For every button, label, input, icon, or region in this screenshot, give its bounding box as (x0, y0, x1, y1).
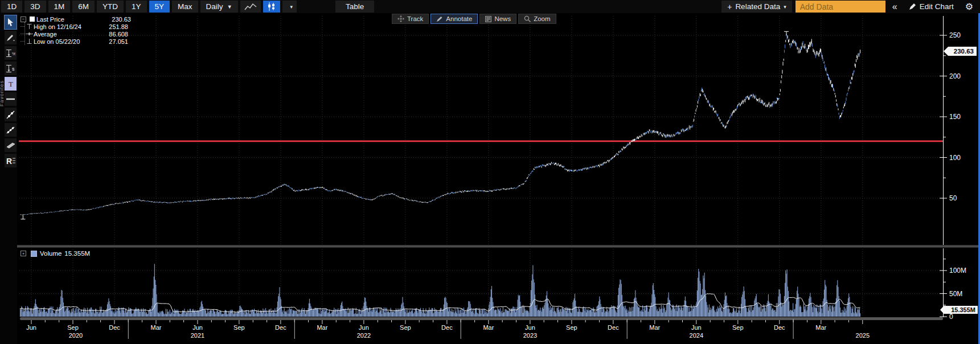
svg-text:0: 0 (949, 313, 953, 321)
svg-text:Mar: Mar (151, 324, 162, 331)
svg-text:250: 250 (949, 31, 961, 39)
svg-text:Jun: Jun (26, 324, 36, 331)
legend-value: 27.051 (102, 38, 128, 45)
svg-text:Jun: Jun (359, 324, 369, 331)
annotate-button[interactable]: Annotate (430, 14, 478, 24)
expand-volume-legend-icon[interactable]: + (20, 251, 26, 256)
legend-value: 230.63 (105, 16, 131, 23)
svg-text:Dec: Dec (774, 324, 785, 331)
svg-text:2025: 2025 (856, 332, 870, 339)
svg-text:Jun: Jun (691, 324, 702, 331)
svg-text:Dec: Dec (441, 324, 453, 331)
track-crosshair-icon (397, 15, 404, 22)
high-marker-icon (26, 23, 32, 30)
chart-canvas[interactable]: 50100150200250050M100MJunSepDecMarJunSep… (0, 0, 980, 344)
average-marker-icon (26, 31, 33, 36)
legend-high[interactable]: High on 12/16/24 251.88 (20, 23, 131, 30)
svg-text:Dec: Dec (608, 324, 619, 331)
svg-text:100: 100 (949, 154, 961, 162)
legend-label: Last Price (36, 16, 105, 23)
svg-text:50: 50 (949, 194, 957, 202)
legend-value: 86.608 (102, 31, 128, 38)
svg-text:Mar: Mar (483, 324, 494, 331)
svg-text:200: 200 (949, 72, 961, 80)
track-button[interactable]: Track (392, 14, 429, 24)
last-price-swatch (30, 17, 35, 22)
svg-text:150: 150 (949, 113, 961, 121)
svg-text:Sep: Sep (732, 324, 744, 331)
svg-text:Jun: Jun (192, 324, 203, 331)
legend-value: 251.88 (102, 23, 128, 30)
bloomberg-chart-window: 1D 3D 1M 6M YTD 1Y 5Y Max Daily ▼ ▾ (0, 0, 980, 344)
svg-text:2023: 2023 (523, 332, 537, 339)
svg-text:2021: 2021 (191, 332, 204, 339)
legend-label: Low on 05/22/20 (34, 38, 102, 45)
zoom-label: Zoom (534, 15, 550, 22)
svg-text:Sep: Sep (67, 324, 79, 331)
volume-swatch (31, 251, 37, 257)
volume-legend[interactable]: + Volume 15.355M (20, 250, 90, 257)
news-document-icon (485, 16, 491, 22)
collapse-legend-icon[interactable]: − (20, 17, 26, 22)
svg-text:Jun: Jun (525, 324, 535, 331)
legend-low[interactable]: Low on 05/22/20 27.051 (20, 38, 131, 45)
chart-control-bar: Track Annotate News Zoom (392, 14, 556, 24)
svg-text:2024: 2024 (690, 332, 703, 339)
annotate-label: Annotate (446, 15, 472, 22)
legend-label: Average (34, 31, 102, 38)
svg-text:100M: 100M (949, 267, 966, 275)
legend-tree-line (24, 22, 25, 45)
legend-average[interactable]: Average 86.608 (20, 30, 131, 38)
svg-text:Sep: Sep (400, 324, 411, 331)
low-marker-icon (26, 38, 32, 44)
volume-value: 15.355M (64, 250, 90, 257)
svg-text:Mar: Mar (815, 324, 826, 331)
magnifier-icon (524, 15, 531, 22)
svg-text:Mar: Mar (317, 324, 327, 331)
volume-axis-badge: 15.355M (940, 306, 978, 314)
svg-text:Dec: Dec (275, 324, 286, 331)
svg-text:Dec: Dec (109, 324, 120, 331)
svg-text:Sep: Sep (566, 324, 577, 331)
svg-text:50M: 50M (949, 290, 962, 298)
legend-last-price[interactable]: − Last Price 230.63 (20, 15, 131, 23)
last-price-axis-badge: 230.63 (944, 47, 977, 56)
legend-label: High on 12/16/24 (34, 23, 102, 30)
price-legend: − Last Price 230.63 High on 12/16/24 251… (20, 15, 131, 45)
svg-text:2020: 2020 (69, 332, 83, 339)
news-label: News (494, 15, 511, 22)
annotate-pencil-icon (436, 16, 443, 22)
zoom-button[interactable]: Zoom (518, 14, 556, 24)
svg-text:2022: 2022 (357, 332, 371, 339)
svg-text:Sep: Sep (233, 324, 245, 331)
news-button[interactable]: News (479, 14, 516, 24)
svg-text:Mar: Mar (649, 324, 660, 331)
volume-label: Volume (40, 250, 61, 257)
track-label: Track (407, 15, 423, 22)
